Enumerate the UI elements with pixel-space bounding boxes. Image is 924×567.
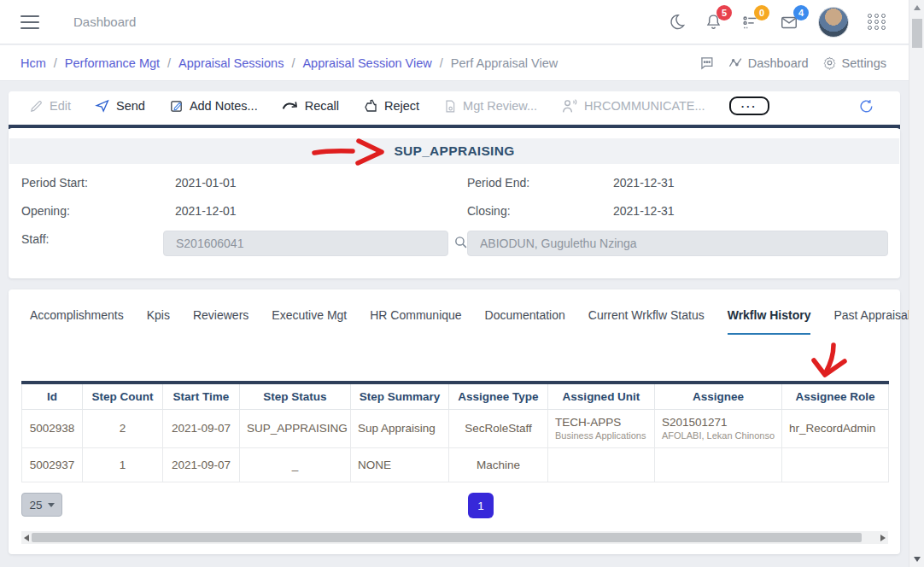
page-1-button[interactable]: 1 bbox=[468, 493, 494, 518]
horizontal-scrollbar-thumb[interactable] bbox=[32, 533, 862, 542]
more-actions-button[interactable]: ··· bbox=[729, 96, 769, 115]
cell-assignee-type: Machine bbox=[449, 447, 548, 482]
vertical-scrollbar-thumb[interactable] bbox=[912, 19, 922, 48]
page-size-value: 25 bbox=[29, 499, 42, 511]
edit-button[interactable]: Edit bbox=[29, 99, 71, 114]
assignee-main: S201501271 bbox=[662, 416, 775, 429]
hamburger-menu-icon[interactable] bbox=[20, 15, 39, 29]
scroll-right-icon[interactable] bbox=[878, 535, 888, 541]
settings-link[interactable]: Settings bbox=[822, 56, 886, 70]
col-assignee-type[interactable]: Assignee Type bbox=[449, 383, 548, 409]
appraisal-title: SUP_APPRAISING bbox=[394, 143, 514, 159]
gear-icon bbox=[822, 56, 837, 70]
scroll-left-icon[interactable] bbox=[21, 535, 32, 541]
cell-assignee bbox=[655, 447, 782, 482]
mgt-review-button-label: Mgt Review... bbox=[463, 99, 537, 113]
col-assignee[interactable]: Assignee bbox=[655, 383, 782, 409]
messages-mail-icon[interactable]: 4 bbox=[779, 13, 799, 32]
scroll-up-icon[interactable] bbox=[914, 5, 921, 10]
cell-step-count: 2 bbox=[83, 409, 163, 447]
recall-button-label: Recall bbox=[305, 99, 339, 113]
tasks-list-icon[interactable]: 0 bbox=[741, 13, 760, 32]
col-start-time[interactable]: Start Time bbox=[163, 383, 240, 409]
tab-wrkflw-history[interactable]: Wrkflw History bbox=[728, 308, 811, 335]
add-notes-button[interactable]: Add Notes... bbox=[169, 99, 258, 114]
send-icon bbox=[95, 98, 110, 114]
staff-id-input[interactable] bbox=[163, 231, 448, 256]
table-row[interactable]: 5002938 2 2021-09-07 SUP_APPRAISING Sup … bbox=[22, 409, 889, 447]
edit-button-label: Edit bbox=[50, 99, 71, 113]
breadcrumb-separator: / bbox=[167, 56, 171, 70]
cell-step-status: _ bbox=[240, 447, 351, 482]
col-assigned-unit[interactable]: Assigned Unit bbox=[548, 383, 655, 409]
staff-label: Staff: bbox=[21, 232, 49, 246]
col-step-status[interactable]: Step Status bbox=[240, 383, 351, 409]
tab-current-wrkflw-status[interactable]: Current Wrkflw Status bbox=[588, 308, 705, 335]
period-end-label: Period End: bbox=[467, 176, 529, 190]
col-assignee-role[interactable]: Assignee Role bbox=[782, 383, 889, 409]
table-header-row: Id Step Count Start Time Step Status Ste… bbox=[22, 383, 889, 409]
tab-accomplishments[interactable]: Accomplishments bbox=[30, 308, 124, 335]
tab-documentation[interactable]: Documentation bbox=[485, 308, 565, 335]
cell-step-summary: Sup Appraising bbox=[351, 409, 449, 447]
closing-label: Closing: bbox=[467, 204, 511, 218]
table-row[interactable]: 5002937 1 2021-09-07 _ NONE Machine bbox=[22, 447, 889, 482]
period-start-label: Period Start: bbox=[21, 176, 88, 190]
breadcrumb: Hcm / Performance Mgt / Appraisal Sessio… bbox=[0, 56, 558, 70]
assigned-unit-main: TECH-APPS bbox=[555, 416, 647, 429]
col-step-summary[interactable]: Step Summary bbox=[351, 383, 449, 409]
breadcrumb-performance-mgt[interactable]: Performance Mgt bbox=[65, 56, 160, 70]
tasks-badge: 0 bbox=[754, 5, 769, 20]
apps-grid-icon[interactable] bbox=[868, 14, 886, 30]
breadcrumb-hcm[interactable]: Hcm bbox=[20, 56, 46, 70]
top-bar: Dashboard 5 0 bbox=[0, 0, 909, 44]
topbar-actions: 5 0 4 bbox=[668, 7, 909, 38]
col-id[interactable]: Id bbox=[22, 383, 83, 409]
user-avatar[interactable] bbox=[818, 7, 849, 38]
tab-hr-communique[interactable]: HR Communique bbox=[370, 308, 461, 335]
tab-past-appraisals[interactable]: Past Appraisals bbox=[833, 308, 916, 335]
page-size-dropdown[interactable]: 25 bbox=[21, 493, 62, 517]
app-content: Dashboard 5 0 bbox=[0, 0, 909, 567]
horizontal-scrollbar[interactable] bbox=[21, 531, 888, 544]
cell-assigned-unit: TECH-APPS Business Applications bbox=[548, 409, 655, 447]
form-title-band: SUP_APPRAISING bbox=[9, 138, 899, 164]
send-button-label: Send bbox=[116, 99, 145, 113]
breadcrumb-appraisal-sessions[interactable]: Appraisal Sessions bbox=[178, 56, 284, 70]
reject-button-label: Reject bbox=[384, 99, 419, 113]
tab-executive-mgt[interactable]: Executive Mgt bbox=[272, 308, 347, 335]
note-icon bbox=[169, 99, 184, 114]
detail-tabs: Accomplishments Kpis Reviewers Executive… bbox=[30, 308, 916, 335]
notifications-bell-icon[interactable]: 5 bbox=[705, 13, 722, 32]
scroll-down-icon[interactable] bbox=[914, 557, 921, 562]
staff-name-input[interactable] bbox=[467, 231, 888, 256]
hrcommunicate-button[interactable]: HRCOMMUNICATE... bbox=[561, 98, 705, 114]
doc-review-icon bbox=[443, 99, 457, 114]
dashboard-link-label: Dashboard bbox=[748, 56, 809, 70]
col-step-count[interactable]: Step Count bbox=[83, 383, 163, 409]
cell-step-summary: NONE bbox=[351, 447, 449, 482]
cell-assignee: S201501271 AFOLABI, Lekan Chinonso bbox=[655, 409, 782, 447]
messages-badge: 4 bbox=[793, 5, 809, 20]
reject-button[interactable]: Reject bbox=[363, 98, 419, 114]
hrcommunicate-button-label: HRCOMMUNICATE... bbox=[584, 99, 705, 113]
topbar-title: Dashboard bbox=[73, 15, 136, 29]
appraisal-form-card: SUP_APPRAISING Period Start: 2021-01-01 … bbox=[9, 128, 900, 278]
add-notes-button-label: Add Notes... bbox=[190, 99, 258, 113]
vertical-scrollbar[interactable] bbox=[909, 0, 924, 567]
dashboard-link[interactable]: Dashboard bbox=[728, 56, 809, 70]
tab-kpis[interactable]: Kpis bbox=[147, 308, 170, 335]
cell-assignee-role bbox=[782, 447, 889, 482]
breadcrumb-separator: / bbox=[291, 56, 295, 70]
refresh-icon[interactable] bbox=[858, 98, 874, 114]
staff-search-icon[interactable] bbox=[453, 235, 468, 249]
tab-reviewers[interactable]: Reviewers bbox=[193, 308, 249, 335]
breadcrumb-appraisal-session-view[interactable]: Appraisal Session View bbox=[302, 56, 431, 70]
send-button[interactable]: Send bbox=[95, 98, 145, 114]
dark-mode-moon-icon[interactable] bbox=[668, 13, 686, 31]
cell-start-time: 2021-09-07 bbox=[163, 447, 240, 482]
breadcrumb-perf-appraisal-view: Perf Appraisal View bbox=[451, 56, 558, 70]
recall-button[interactable]: Recall bbox=[282, 99, 339, 113]
chat-icon[interactable] bbox=[699, 55, 715, 71]
mgt-review-button[interactable]: Mgt Review... bbox=[443, 99, 537, 114]
